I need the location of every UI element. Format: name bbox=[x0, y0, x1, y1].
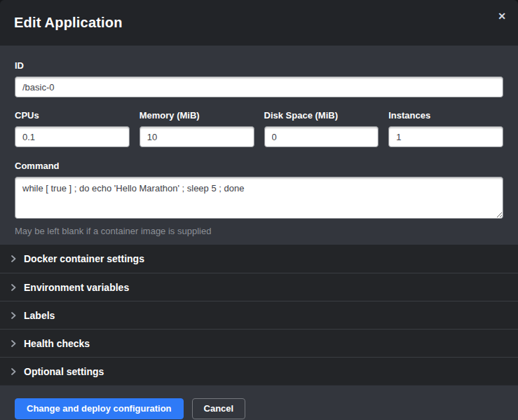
memory-label: Memory (MiB) bbox=[139, 110, 254, 121]
section-label: Optional settings bbox=[24, 366, 104, 377]
resources-row: CPUs Memory (MiB) Disk Space (MiB) Insta… bbox=[15, 110, 503, 147]
disk-field-group: Disk Space (MiB) bbox=[264, 110, 379, 147]
close-icon[interactable]: ✕ bbox=[496, 10, 508, 22]
command-field-group: Command while [ true ] ; do echo 'Hello … bbox=[15, 161, 503, 236]
memory-input[interactable] bbox=[139, 126, 254, 147]
chevron-right-icon bbox=[10, 255, 17, 262]
command-help-text: May be left blank if a container image i… bbox=[15, 226, 503, 236]
id-field-group: ID bbox=[15, 60, 503, 97]
modal-footer: Change and deploy configuration Cancel bbox=[0, 385, 518, 420]
application-form: ID CPUs Memory (MiB) Disk Space (MiB) In… bbox=[0, 46, 518, 245]
section-labels[interactable]: Labels bbox=[0, 301, 518, 329]
section-environment-variables[interactable]: Environment variables bbox=[0, 273, 518, 301]
chevron-right-icon bbox=[10, 312, 17, 319]
cpus-label: CPUs bbox=[15, 110, 130, 121]
modal-header: Edit Application ✕ bbox=[0, 0, 518, 46]
change-and-deploy-button[interactable]: Change and deploy configuration bbox=[15, 398, 184, 419]
disk-input[interactable] bbox=[264, 126, 379, 147]
cancel-button[interactable]: Cancel bbox=[192, 398, 246, 419]
cpus-field-group: CPUs bbox=[15, 110, 130, 147]
section-label: Health checks bbox=[24, 338, 90, 349]
accordion-sections: Docker container settings Environment va… bbox=[0, 245, 518, 385]
command-label: Command bbox=[15, 161, 503, 171]
edit-application-modal: Edit Application ✕ ID CPUs Memory (MiB) … bbox=[0, 0, 518, 420]
memory-field-group: Memory (MiB) bbox=[139, 110, 254, 147]
section-label: Docker container settings bbox=[24, 253, 144, 264]
instances-label: Instances bbox=[388, 110, 503, 121]
id-input[interactable] bbox=[15, 76, 503, 97]
chevron-right-icon bbox=[10, 368, 17, 375]
section-label: Labels bbox=[24, 310, 55, 321]
command-textarea[interactable]: while [ true ] ; do echo 'Hello Marathon… bbox=[15, 177, 503, 219]
section-optional-settings[interactable]: Optional settings bbox=[0, 357, 518, 385]
modal-title: Edit Application bbox=[14, 15, 123, 31]
section-label: Environment variables bbox=[24, 282, 129, 293]
disk-label: Disk Space (MiB) bbox=[264, 110, 379, 121]
cpus-input[interactable] bbox=[15, 126, 130, 147]
instances-field-group: Instances bbox=[388, 110, 503, 147]
id-label: ID bbox=[15, 60, 503, 71]
section-docker-container-settings[interactable]: Docker container settings bbox=[0, 245, 518, 273]
instances-input[interactable] bbox=[388, 126, 503, 147]
chevron-right-icon bbox=[10, 340, 17, 347]
section-health-checks[interactable]: Health checks bbox=[0, 329, 518, 357]
chevron-right-icon bbox=[10, 284, 17, 291]
